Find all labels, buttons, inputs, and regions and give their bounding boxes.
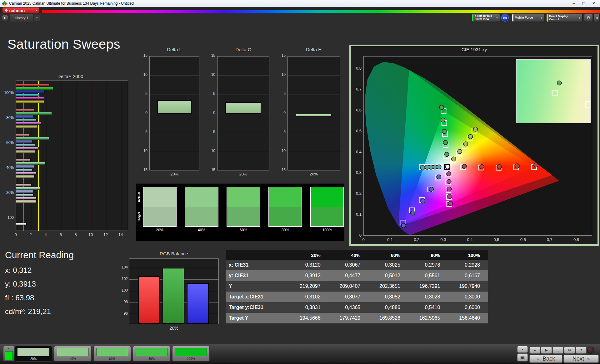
deltae-y-tick: 40%: [1, 165, 14, 170]
calman-app-window: Calman 2025 Calman Ultimate for Business…: [0, 0, 600, 364]
dl-gridline: [150, 133, 199, 133]
table-cell: 0,3913: [289, 270, 329, 281]
play-button[interactable]: ▶: [541, 347, 552, 354]
next-button[interactable]: Next »: [563, 355, 599, 363]
delta_l-y-tick: 15: [136, 53, 148, 58]
display-control-dropdown[interactable]: Direct Display Control ▼: [546, 14, 582, 22]
table-cell: 0,3077: [329, 292, 369, 302]
deltae-bar: [16, 137, 49, 140]
deltae-x-tick: 4: [42, 232, 49, 237]
dl-gridline: [150, 95, 199, 95]
calman-menu-button[interactable]: ❖ calman ▼: [2, 7, 39, 13]
delta_c-y-tick: 15: [204, 53, 215, 58]
cie-measured-point: [421, 199, 425, 203]
deltae-gridline: [121, 81, 121, 231]
expand-transport-button[interactable]: ▲: [517, 346, 528, 353]
collapse-panel-button[interactable]: ◀: [593, 14, 600, 22]
back-button[interactable]: « Back: [529, 355, 562, 363]
dl-gridline: [218, 152, 269, 152]
swatch-comparison-panel: ActualTarget20%40%60%80%100%: [136, 184, 344, 241]
delta_h-y-tick: 0: [274, 111, 286, 115]
delta_l-bar: [157, 100, 192, 114]
pattern-thumbnail-40%[interactable]: 40%: [54, 346, 92, 362]
deltae-chart-title: DeltaE 2000: [12, 74, 128, 79]
pattern-thumbnail-60%[interactable]: 60%: [93, 346, 131, 362]
swatch-actual: [185, 187, 218, 207]
deltae-x-tick: 12: [102, 232, 109, 237]
table-cell: 190,7940: [448, 281, 488, 292]
dl-gridline: [218, 95, 269, 95]
pattern-thumbnail-100%[interactable]: 100%: [172, 346, 210, 362]
deltae-bar: [16, 119, 37, 121]
rgb-balance-chart: [129, 258, 219, 324]
tab-history-1[interactable]: History 1: [10, 14, 33, 22]
source-label: Mobile Forge: [513, 16, 539, 20]
status-light: [587, 347, 594, 354]
cie-measured-point: [437, 175, 441, 179]
delta_h-y-tick: -15: [274, 168, 286, 172]
dl-gridline: [288, 133, 340, 133]
deltae-bar: [16, 87, 53, 90]
rgb-bar-blue: [187, 283, 209, 324]
close-button[interactable]: ✕: [589, 0, 599, 7]
tab-list-button[interactable]: ▶: [2, 14, 8, 21]
deltae-x-tick: 8: [72, 232, 79, 237]
table-cell: 179,7429: [329, 313, 369, 323]
marker-button[interactable]: [·]: [552, 347, 563, 354]
cie-y-tick: 0,2: [351, 191, 362, 196]
deltae-y-tick: 60%: [1, 140, 14, 145]
source-dropdown[interactable]: Mobile Forge ▼: [512, 14, 544, 22]
dl-gridline: [218, 76, 269, 76]
table-column-header: 80%: [408, 250, 448, 260]
refresh-button[interactable]: ⟳: [576, 347, 587, 354]
pattern-window-toggle-button[interactable]: ▣: [517, 353, 528, 362]
deltae-x-tick: 0: [12, 232, 19, 237]
meter-badge[interactable]: 600: [501, 14, 509, 22]
rgb-balance-title: RGB Balance: [129, 251, 219, 256]
deltae-bar: [16, 122, 41, 125]
swatch-actual: [311, 187, 343, 207]
table-row-label: y: CIE31: [226, 270, 289, 281]
rgb-bar-red: [138, 276, 160, 324]
deltae-chart: [16, 81, 128, 230]
delta_c-y-tick: 10: [204, 72, 215, 77]
maximize-button[interactable]: ▢: [579, 0, 589, 7]
table-cell: 0,3052: [368, 292, 408, 302]
cie-y-tick: 0,7: [351, 87, 362, 91]
deltae-x-tick: 2: [27, 232, 34, 237]
deltae-bar: [16, 175, 35, 178]
meter-dropdown[interactable]: X-Rite i1Pro 3 Direct View ▼: [472, 14, 500, 22]
reading-line: cd/m²: 219,21: [5, 307, 51, 316]
window-titlebar: Calman 2025 Calman Ultimate for Business…: [0, 0, 600, 7]
cie-measured-point: [515, 164, 519, 168]
minimize-button[interactable]: –: [569, 0, 579, 7]
stop-button[interactable]: ■: [529, 347, 540, 354]
add-tab-button[interactable]: +: [34, 15, 40, 21]
deltae-bar: [16, 162, 46, 165]
deltae-bar: [16, 134, 29, 136]
cie-measured-point: [458, 149, 462, 154]
deltae-bar: [16, 184, 32, 186]
cie-measured-point: [468, 135, 472, 139]
table-cell: 0,3120: [289, 260, 329, 270]
chevron-down-icon: ▼: [577, 17, 582, 19]
measurement-table: 20%40%60%80%100% x: CIE310,31200,30670,3…: [226, 250, 488, 323]
pattern-window-button[interactable]: ▲: [3, 346, 14, 362]
deltae-gridline: [46, 81, 46, 231]
swatch-20%: [143, 187, 177, 227]
pattern-thumbnail-20%[interactable]: 20%: [15, 346, 52, 362]
table-header: 20%40%60%80%100%: [226, 250, 488, 260]
pattern-thumbnail-80%[interactable]: 80%: [133, 346, 170, 362]
calman-logo-text: calman: [9, 8, 35, 13]
cie-chart-title: CIE 1931 xy: [351, 47, 598, 52]
delta_l-y-tick: 10: [136, 72, 148, 77]
settings-gear-button[interactable]: ⚙: [584, 14, 593, 22]
swatch-label: 60%: [227, 228, 260, 232]
swatch-label: 80%: [268, 228, 302, 232]
deltae-bar: [16, 194, 33, 196]
green-ref-line: [23, 81, 24, 231]
red-ref-line: [91, 81, 91, 231]
cie-measured-point: [439, 105, 444, 110]
deltae-bar: [16, 187, 40, 190]
continuous-read-button[interactable]: ∞: [564, 347, 575, 354]
